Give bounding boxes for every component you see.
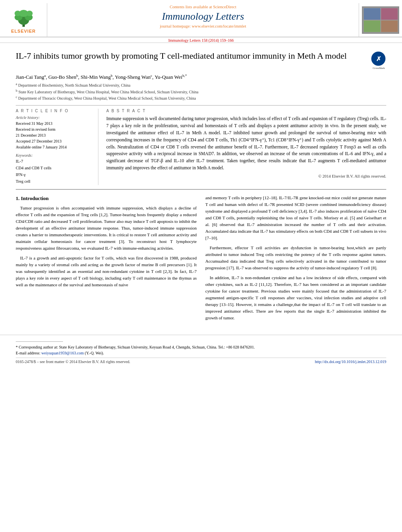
- svg-rect-10: [381, 8, 398, 19]
- body-para-4: Furthermore, effector T cell activities …: [206, 245, 387, 271]
- abstract-heading: A B S T R A C T: [106, 109, 386, 113]
- abstract-text: Immune suppression is well documented du…: [106, 115, 386, 172]
- body-para-3: and memory T cells in periphery [12–18].…: [206, 195, 387, 241]
- keywords-list: IL-7 CD4 and CD8 T cells IFN-γ Treg cell: [16, 158, 92, 185]
- and-word: and: [206, 195, 212, 200]
- copyright-line: © 2014 Elsevier B.V. All rights reserved…: [106, 174, 386, 178]
- body-divider: [16, 189, 386, 190]
- body-col-right: and memory T cells in periphery [12–18].…: [206, 195, 387, 325]
- body-para-1: Tumor progression is often accompanied w…: [16, 205, 197, 252]
- page: ELSEVIER Contents lists available at Sci…: [0, 0, 402, 532]
- body-two-column: 1. Introduction Tumor progression is oft…: [16, 195, 386, 325]
- body-col-left: 1. Introduction Tumor progression is oft…: [16, 195, 197, 325]
- email-line: E-mail address: weiyuquan1959@163.com (Y…: [16, 350, 386, 356]
- article-footer: * Corresponding author at: State Key Lab…: [0, 335, 402, 366]
- history-label: Article history:: [16, 115, 92, 120]
- body-para-5: In addition, IL-7 is non-redundant cytok…: [206, 274, 387, 321]
- title-section: IL-7 inhibits tumor growth by promoting …: [16, 50, 386, 70]
- crossmark-label: CrossMark: [371, 67, 386, 70]
- doi-link[interactable]: http://dx.doi.org/10.1016/j.imlet.2013.1…: [315, 360, 386, 364]
- article-title: IL-7 inhibits tumor growth by promoting …: [16, 50, 371, 62]
- footnote-separator: [16, 341, 63, 342]
- journal-homepage: journal homepage: www.elsevier.com/locat…: [160, 24, 246, 28]
- keyword-treg: Treg cell: [16, 178, 92, 185]
- intro-heading: 1. Introduction: [16, 195, 197, 202]
- crossmark-badge[interactable]: ✗ CrossMark: [371, 52, 386, 70]
- issue-info: Immunology Letters 158 (2014) 159–166: [0, 37, 402, 43]
- article-info-column: A R T I C L E I N F O Article history: R…: [16, 109, 98, 185]
- svg-point-5: [15, 11, 21, 16]
- article-info-heading: A R T I C L E I N F O: [16, 109, 92, 113]
- affiliations: a Department of Biochemistry, North Sich…: [16, 82, 386, 101]
- journal-cover-image: [362, 6, 399, 34]
- journal-right-logo: [359, 3, 402, 37]
- corresponding-note: * Corresponding author at: State Key Lab…: [16, 344, 386, 350]
- elsevier-logo: ELSEVIER: [0, 3, 47, 37]
- svg-rect-12: [381, 20, 398, 32]
- keywords-label: Keywords:: [16, 153, 92, 158]
- affiliation-b: b State Key Laboratory of Biotherapy, We…: [16, 89, 386, 95]
- article-content: IL-7 inhibits tumor growth by promoting …: [0, 43, 402, 332]
- issn-text: 0165-2478/$ – see front matter © 2014 El…: [16, 360, 130, 364]
- journal-center: Contents lists available at ScienceDirec…: [47, 3, 359, 37]
- svg-rect-9: [364, 8, 380, 19]
- body-para-2: IL-7 is a growth and anti-apoptotic fact…: [16, 255, 197, 288]
- email-address[interactable]: weiyuquan1959@163.com: [41, 351, 84, 355]
- svg-point-6: [26, 11, 33, 16]
- abstract-column: A B S T R A C T Immune suppression is we…: [106, 109, 386, 185]
- svg-rect-11: [364, 20, 380, 32]
- keyword-il7: IL-7: [16, 158, 92, 165]
- keyword-ifng: IFN-γ: [16, 172, 92, 178]
- journal-header: ELSEVIER Contents lists available at Sci…: [0, 0, 402, 37]
- elsevier-brand-text: ELSEVIER: [11, 29, 35, 33]
- title-divider: [16, 105, 386, 106]
- info-abstract-row: A R T I C L E I N F O Article history: R…: [16, 109, 386, 185]
- affiliation-a: a Department of Biochemistry, North Sich…: [16, 82, 386, 88]
- authors-line: Jian-Cai Tanga, Guo-Bo Shenb, Shi-Min Wa…: [16, 74, 386, 80]
- crossmark-icon: ✗: [371, 52, 385, 66]
- footer-bottom: 0165-2478/$ – see front matter © 2014 El…: [16, 358, 386, 364]
- keyword-cd4cd8: CD4 and CD8 T cells: [16, 165, 92, 172]
- contents-link: Contents lists available at ScienceDirec…: [170, 5, 236, 9]
- journal-name: Immunology Letters: [162, 11, 244, 22]
- affiliation-c: c Department of Thoracic Oncology, West …: [16, 95, 386, 101]
- article-dates: Received 31 May 2013 Received in revised…: [16, 120, 92, 150]
